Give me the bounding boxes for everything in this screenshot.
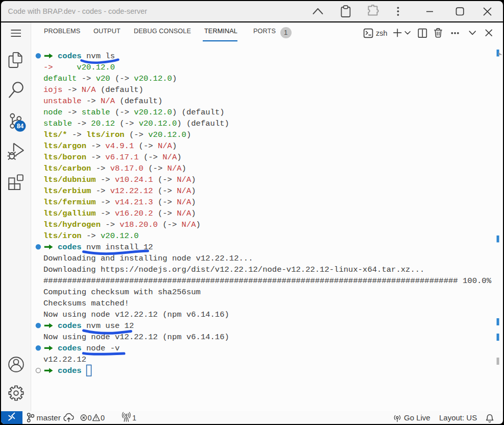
svg-text:84: 84 bbox=[17, 123, 24, 130]
